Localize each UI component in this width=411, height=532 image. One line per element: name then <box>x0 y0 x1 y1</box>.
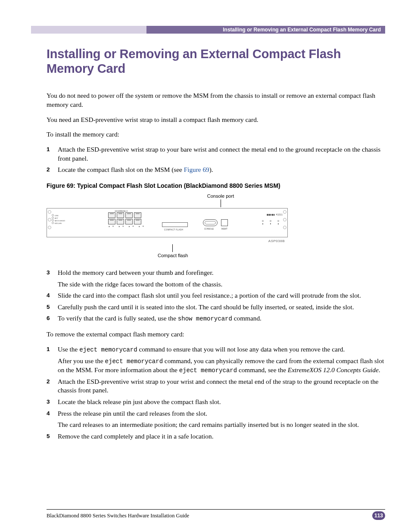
text-fragment: Locate the compact flash slot on the MSM… <box>58 166 184 173</box>
step-text: Slide the card into the compact flash sl… <box>58 291 385 300</box>
callout-pointer-icon <box>221 199 221 207</box>
command-code: eject memorycard <box>179 367 237 374</box>
figure-caption: Figure 69: Typical Compact Flash Slot Lo… <box>47 182 385 189</box>
install-steps-list: 1 Attach the ESD-preventive wrist strap … <box>47 145 385 174</box>
ethernet-ports: ▲▼ ▲▼ ▲▼ ▲▼ <box>108 212 146 227</box>
command-code: show memorycard <box>178 315 232 322</box>
list-item: 2 Attach the ESD-preventive wrist strap … <box>47 377 385 395</box>
step-text: Locate the compact flash slot on the MSM… <box>58 165 385 174</box>
mgmt-label: MGMT <box>221 228 227 230</box>
remove-intro: To remove the external compact flash mem… <box>47 330 385 339</box>
step-text: Hold the memory card between your thumb … <box>58 268 385 289</box>
step-number: 4 <box>47 409 58 429</box>
serial-port-icon <box>203 219 218 226</box>
step-text: Attach the ESD-preventive wrist strap to… <box>58 145 385 163</box>
step-text: Carefully push the card until it is seat… <box>58 303 385 312</box>
list-item: 6 To verify that the card is fully seate… <box>47 314 385 323</box>
text-fragment: ). <box>209 166 213 173</box>
step-text: Attach the ESD-preventive wrist strap to… <box>58 377 385 395</box>
model-number: ▮▮▮▮-▮▮▮ 41211 <box>262 213 283 216</box>
intro-para-3: To install the memory card: <box>47 130 385 139</box>
footer-title: BlackDiamond 8800 Series Switches Hardwa… <box>47 513 189 519</box>
figure-diagram: Console port LINK ACT MSYS ERGO BIO-LEN … <box>47 193 288 258</box>
list-item: 1 Use the eject memorycard command to en… <box>47 345 385 375</box>
list-item: 5 Remove the card completely and place i… <box>47 432 385 441</box>
list-item: 3 Locate the black release pin just abov… <box>47 398 385 407</box>
install-steps-cont: 3 Hold the memory card between your thum… <box>47 268 385 323</box>
mgmt-port-icon <box>221 219 228 226</box>
remove-steps-list: 1 Use the eject memorycard command to en… <box>47 345 385 441</box>
step-number: 1 <box>47 145 58 163</box>
header-breadcrumb: Installing or Removing an External Compa… <box>146 26 385 34</box>
compact-flash-callout: Compact flash <box>158 253 288 258</box>
page-footer: BlackDiamond 8800 Series Switches Hardwa… <box>47 511 385 520</box>
msm-front-panel: LINK ACT MSYS ERGO BIO-LEN 10/100BASE-X … <box>47 208 288 237</box>
figure-link[interactable]: Figure 69 <box>184 166 209 173</box>
page-number-badge: 113 <box>372 511 385 520</box>
page-content: Installing or Removing an External Compa… <box>47 47 385 448</box>
step-text: Use the eject memorycard command to ensu… <box>58 345 385 375</box>
console-label: CONSOLE <box>204 228 214 230</box>
command-code: eject memorycard <box>105 358 163 365</box>
step-number: 6 <box>47 314 58 323</box>
list-item: 4 Press the release pin until the card r… <box>47 409 385 429</box>
console-mgmt-ports <box>203 219 228 226</box>
list-item: 4 Slide the card into the compact flash … <box>47 291 385 300</box>
step-number: 3 <box>47 268 58 289</box>
list-item: 5 Carefully push the card until it is se… <box>47 303 385 312</box>
step-text: To verify that the card is fully seated,… <box>58 314 385 323</box>
step-number: 2 <box>47 377 58 395</box>
compact-flash-slot <box>162 222 188 227</box>
step-text: Remove the card completely and place it … <box>58 432 385 441</box>
page-title: Installing or Removing an External Compa… <box>47 47 385 76</box>
console-port-callout: Console port <box>195 193 246 199</box>
intro-para-1: You do not need to power off the system … <box>47 91 385 109</box>
step-text: Press the release pin until the card rel… <box>58 409 385 429</box>
step-number: 4 <box>47 291 58 300</box>
book-reference: ExtremeXOS 12.0 Concepts Guide <box>288 366 379 373</box>
figure-ref-code: ASP038B <box>268 239 285 243</box>
step-number: 3 <box>47 398 58 407</box>
callout-pointer-icon <box>172 244 173 252</box>
step-text: Locate the black release pin just above … <box>58 398 385 407</box>
command-code: eject memorycard <box>79 346 137 353</box>
step-number: 5 <box>47 432 58 441</box>
step-number: 5 <box>47 303 58 312</box>
status-leds: LINK ACT MSYS ERGO BIO-LEN <box>52 214 65 224</box>
footer-rule <box>47 509 385 510</box>
list-item: 2 Locate the compact flash slot on the M… <box>47 165 385 174</box>
cf-slot-label: COMPACT FLASH <box>164 229 183 231</box>
step-number: 1 <box>47 345 58 375</box>
list-item: 1 Attach the ESD-preventive wrist strap … <box>47 145 385 163</box>
list-item: 3 Hold the memory card between your thum… <box>47 268 385 289</box>
step-number: 2 <box>47 165 58 174</box>
intro-para-2: You need an ESD-preventive wrist strap t… <box>47 115 385 124</box>
